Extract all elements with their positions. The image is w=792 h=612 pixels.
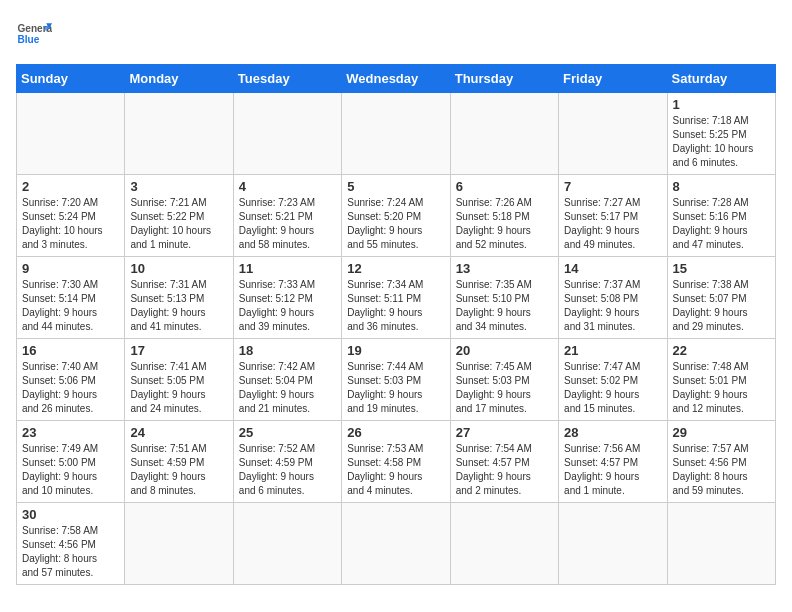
- day-number: 7: [564, 179, 661, 194]
- day-info: Sunrise: 7:48 AMSunset: 5:01 PMDaylight:…: [673, 360, 770, 416]
- general-blue-icon: General Blue: [16, 16, 52, 52]
- day-info: Sunrise: 7:24 AMSunset: 5:20 PMDaylight:…: [347, 196, 444, 252]
- day-of-week-header: Tuesday: [233, 65, 341, 93]
- day-info: Sunrise: 7:34 AMSunset: 5:11 PMDaylight:…: [347, 278, 444, 334]
- calendar-week-row: 1Sunrise: 7:18 AMSunset: 5:25 PMDaylight…: [17, 93, 776, 175]
- svg-text:Blue: Blue: [17, 34, 39, 45]
- calendar-cell: 20Sunrise: 7:45 AMSunset: 5:03 PMDayligh…: [450, 339, 558, 421]
- day-info: Sunrise: 7:47 AMSunset: 5:02 PMDaylight:…: [564, 360, 661, 416]
- day-number: 5: [347, 179, 444, 194]
- day-info: Sunrise: 7:58 AMSunset: 4:56 PMDaylight:…: [22, 524, 119, 580]
- day-info: Sunrise: 7:57 AMSunset: 4:56 PMDaylight:…: [673, 442, 770, 498]
- calendar-cell: 26Sunrise: 7:53 AMSunset: 4:58 PMDayligh…: [342, 421, 450, 503]
- calendar-week-row: 2Sunrise: 7:20 AMSunset: 5:24 PMDaylight…: [17, 175, 776, 257]
- calendar-cell: 6Sunrise: 7:26 AMSunset: 5:18 PMDaylight…: [450, 175, 558, 257]
- logo: General Blue: [16, 16, 52, 52]
- calendar-cell: 1Sunrise: 7:18 AMSunset: 5:25 PMDaylight…: [667, 93, 775, 175]
- calendar-cell: 4Sunrise: 7:23 AMSunset: 5:21 PMDaylight…: [233, 175, 341, 257]
- day-info: Sunrise: 7:23 AMSunset: 5:21 PMDaylight:…: [239, 196, 336, 252]
- day-number: 20: [456, 343, 553, 358]
- calendar-cell: 28Sunrise: 7:56 AMSunset: 4:57 PMDayligh…: [559, 421, 667, 503]
- day-info: Sunrise: 7:41 AMSunset: 5:05 PMDaylight:…: [130, 360, 227, 416]
- day-number: 2: [22, 179, 119, 194]
- calendar-cell: 11Sunrise: 7:33 AMSunset: 5:12 PMDayligh…: [233, 257, 341, 339]
- calendar-cell: 14Sunrise: 7:37 AMSunset: 5:08 PMDayligh…: [559, 257, 667, 339]
- day-info: Sunrise: 7:56 AMSunset: 4:57 PMDaylight:…: [564, 442, 661, 498]
- calendar-week-row: 9Sunrise: 7:30 AMSunset: 5:14 PMDaylight…: [17, 257, 776, 339]
- day-of-week-header: Thursday: [450, 65, 558, 93]
- day-number: 26: [347, 425, 444, 440]
- calendar-cell: [342, 503, 450, 585]
- calendar-cell: [125, 503, 233, 585]
- calendar-cell: 7Sunrise: 7:27 AMSunset: 5:17 PMDaylight…: [559, 175, 667, 257]
- calendar-cell: 16Sunrise: 7:40 AMSunset: 5:06 PMDayligh…: [17, 339, 125, 421]
- day-number: 11: [239, 261, 336, 276]
- day-info: Sunrise: 7:35 AMSunset: 5:10 PMDaylight:…: [456, 278, 553, 334]
- day-number: 8: [673, 179, 770, 194]
- day-info: Sunrise: 7:45 AMSunset: 5:03 PMDaylight:…: [456, 360, 553, 416]
- day-info: Sunrise: 7:54 AMSunset: 4:57 PMDaylight:…: [456, 442, 553, 498]
- day-info: Sunrise: 7:18 AMSunset: 5:25 PMDaylight:…: [673, 114, 770, 170]
- day-number: 12: [347, 261, 444, 276]
- calendar-cell: 23Sunrise: 7:49 AMSunset: 5:00 PMDayligh…: [17, 421, 125, 503]
- calendar-cell: 19Sunrise: 7:44 AMSunset: 5:03 PMDayligh…: [342, 339, 450, 421]
- calendar-cell: 29Sunrise: 7:57 AMSunset: 4:56 PMDayligh…: [667, 421, 775, 503]
- day-info: Sunrise: 7:44 AMSunset: 5:03 PMDaylight:…: [347, 360, 444, 416]
- calendar-cell: 5Sunrise: 7:24 AMSunset: 5:20 PMDaylight…: [342, 175, 450, 257]
- day-number: 23: [22, 425, 119, 440]
- day-number: 18: [239, 343, 336, 358]
- day-number: 14: [564, 261, 661, 276]
- day-number: 1: [673, 97, 770, 112]
- calendar-cell: [17, 93, 125, 175]
- day-info: Sunrise: 7:40 AMSunset: 5:06 PMDaylight:…: [22, 360, 119, 416]
- day-number: 27: [456, 425, 553, 440]
- day-info: Sunrise: 7:51 AMSunset: 4:59 PMDaylight:…: [130, 442, 227, 498]
- day-number: 19: [347, 343, 444, 358]
- day-of-week-header: Wednesday: [342, 65, 450, 93]
- day-info: Sunrise: 7:28 AMSunset: 5:16 PMDaylight:…: [673, 196, 770, 252]
- day-number: 16: [22, 343, 119, 358]
- day-number: 28: [564, 425, 661, 440]
- calendar-cell: [233, 503, 341, 585]
- day-number: 6: [456, 179, 553, 194]
- day-number: 13: [456, 261, 553, 276]
- day-info: Sunrise: 7:38 AMSunset: 5:07 PMDaylight:…: [673, 278, 770, 334]
- day-number: 29: [673, 425, 770, 440]
- day-of-week-header: Monday: [125, 65, 233, 93]
- day-of-week-header: Sunday: [17, 65, 125, 93]
- day-info: Sunrise: 7:37 AMSunset: 5:08 PMDaylight:…: [564, 278, 661, 334]
- day-info: Sunrise: 7:26 AMSunset: 5:18 PMDaylight:…: [456, 196, 553, 252]
- day-number: 17: [130, 343, 227, 358]
- day-number: 10: [130, 261, 227, 276]
- day-number: 21: [564, 343, 661, 358]
- day-info: Sunrise: 7:52 AMSunset: 4:59 PMDaylight:…: [239, 442, 336, 498]
- calendar-table: SundayMondayTuesdayWednesdayThursdayFrid…: [16, 64, 776, 585]
- calendar-cell: [450, 503, 558, 585]
- day-info: Sunrise: 7:27 AMSunset: 5:17 PMDaylight:…: [564, 196, 661, 252]
- day-info: Sunrise: 7:42 AMSunset: 5:04 PMDaylight:…: [239, 360, 336, 416]
- day-number: 22: [673, 343, 770, 358]
- calendar-week-row: 23Sunrise: 7:49 AMSunset: 5:00 PMDayligh…: [17, 421, 776, 503]
- calendar-cell: 27Sunrise: 7:54 AMSunset: 4:57 PMDayligh…: [450, 421, 558, 503]
- day-number: 3: [130, 179, 227, 194]
- day-number: 25: [239, 425, 336, 440]
- day-info: Sunrise: 7:33 AMSunset: 5:12 PMDaylight:…: [239, 278, 336, 334]
- calendar-week-row: 30Sunrise: 7:58 AMSunset: 4:56 PMDayligh…: [17, 503, 776, 585]
- calendar-cell: [342, 93, 450, 175]
- day-info: Sunrise: 7:30 AMSunset: 5:14 PMDaylight:…: [22, 278, 119, 334]
- day-info: Sunrise: 7:49 AMSunset: 5:00 PMDaylight:…: [22, 442, 119, 498]
- day-number: 30: [22, 507, 119, 522]
- calendar-cell: [450, 93, 558, 175]
- day-number: 15: [673, 261, 770, 276]
- calendar-cell: 12Sunrise: 7:34 AMSunset: 5:11 PMDayligh…: [342, 257, 450, 339]
- calendar-cell: 10Sunrise: 7:31 AMSunset: 5:13 PMDayligh…: [125, 257, 233, 339]
- day-info: Sunrise: 7:31 AMSunset: 5:13 PMDaylight:…: [130, 278, 227, 334]
- calendar-cell: 2Sunrise: 7:20 AMSunset: 5:24 PMDaylight…: [17, 175, 125, 257]
- page-header: General Blue: [16, 16, 776, 52]
- calendar-cell: [667, 503, 775, 585]
- calendar-cell: 25Sunrise: 7:52 AMSunset: 4:59 PMDayligh…: [233, 421, 341, 503]
- day-of-week-header: Friday: [559, 65, 667, 93]
- calendar-cell: [233, 93, 341, 175]
- calendar-cell: 30Sunrise: 7:58 AMSunset: 4:56 PMDayligh…: [17, 503, 125, 585]
- calendar-cell: 15Sunrise: 7:38 AMSunset: 5:07 PMDayligh…: [667, 257, 775, 339]
